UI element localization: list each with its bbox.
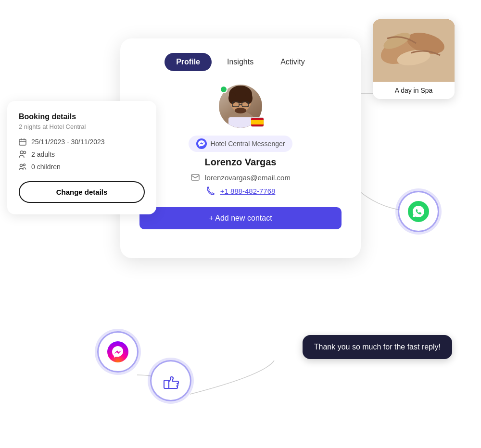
- svg-point-20: [20, 164, 23, 167]
- avatar-wrapper: [219, 85, 262, 128]
- svg-point-18: [20, 151, 23, 154]
- change-details-button[interactable]: Change details: [19, 181, 145, 203]
- channel-name: Hotel Central Messenger: [211, 140, 285, 148]
- email-icon: [190, 173, 200, 182]
- children-icon: [19, 163, 26, 171]
- whatsapp-bubble[interactable]: [399, 192, 438, 231]
- thumbsup-icon: [162, 372, 180, 390]
- user-name: Lorenzo Vargas: [205, 157, 277, 168]
- adults-count: 2 adults: [31, 150, 55, 158]
- adults-icon: [19, 150, 26, 158]
- svg-rect-14: [19, 139, 26, 145]
- email-text: lorenzovargas@email.com: [205, 174, 291, 182]
- thumbsup-bubble[interactable]: [152, 361, 190, 400]
- booking-dates: 25/11/2023 - 30/11/2023: [31, 138, 105, 146]
- svg-point-12: [196, 138, 207, 149]
- svg-rect-11: [251, 120, 264, 124]
- tab-activity[interactable]: Activity: [269, 53, 316, 71]
- booking-dates-row: 25/11/2023 - 30/11/2023: [19, 138, 145, 146]
- thankyou-text: Thank you so much for the fast reply!: [314, 343, 441, 351]
- tab-bar: Profile Insights Activity: [139, 53, 342, 71]
- phone-row: +1 888-482-7768: [206, 186, 276, 196]
- spa-label: A day in Spa: [373, 82, 455, 99]
- calendar-icon: [19, 138, 26, 146]
- thankyou-bubble: Thank you so much for the fast reply!: [303, 335, 452, 359]
- messenger-icon: [107, 341, 128, 362]
- online-indicator: [220, 86, 228, 93]
- country-flag: [251, 117, 264, 127]
- whatsapp-icon: [408, 201, 429, 222]
- booking-title: Booking details: [19, 112, 145, 121]
- svg-point-21: [24, 164, 25, 166]
- spa-image: [373, 19, 455, 82]
- booking-subtitle: 2 nights at Hotel Central: [19, 123, 145, 130]
- booking-adults-row: 2 adults: [19, 150, 145, 158]
- avatar-section: Hotel Central Messenger Lorenzo Vargas l…: [139, 85, 342, 229]
- booking-card: Booking details 2 nights at Hotel Centra…: [7, 101, 156, 214]
- tab-insights[interactable]: Insights: [215, 53, 265, 71]
- booking-children-row: 0 children: [19, 163, 145, 171]
- spa-image-art: [373, 19, 455, 82]
- children-count: 0 children: [31, 163, 61, 171]
- phone-icon: [206, 186, 215, 196]
- svg-point-8: [235, 108, 246, 113]
- svg-rect-13: [191, 174, 199, 180]
- messenger-badge-icon: [196, 138, 207, 149]
- svg-rect-9: [228, 117, 253, 128]
- email-row: lorenzovargas@email.com: [190, 173, 291, 182]
- tab-profile[interactable]: Profile: [165, 53, 212, 71]
- add-contact-button[interactable]: + Add new contact: [139, 207, 342, 229]
- phone-text[interactable]: +1 888-482-7768: [220, 187, 276, 195]
- channel-badge: Hotel Central Messenger: [189, 136, 293, 152]
- messenger-bubble[interactable]: [99, 333, 137, 371]
- svg-point-28: [107, 341, 128, 362]
- svg-point-19: [24, 151, 26, 154]
- spa-card[interactable]: A day in Spa: [373, 19, 455, 99]
- profile-card: Profile Insights Activity: [120, 38, 361, 258]
